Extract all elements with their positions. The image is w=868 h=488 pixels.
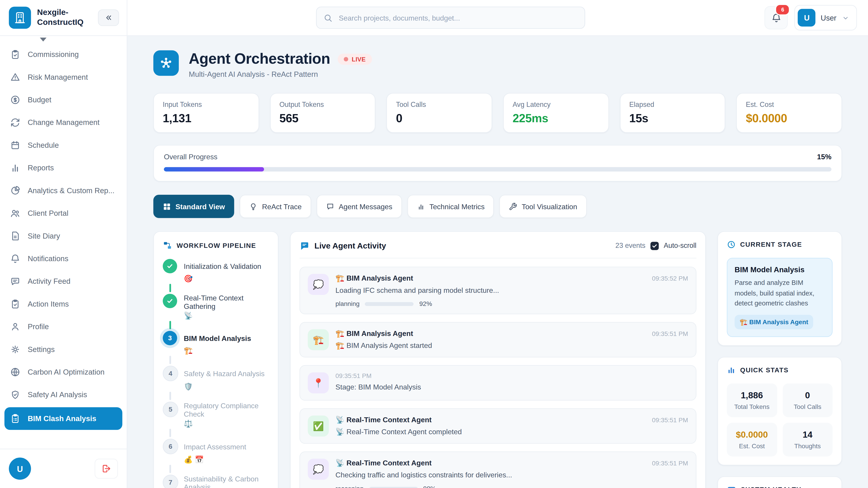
file-text-icon bbox=[10, 231, 21, 241]
user-name: User bbox=[821, 13, 837, 22]
live-agent-activity-panel: Live Agent Activity 23 events Auto-scrol… bbox=[290, 231, 706, 488]
dollar-circle-icon bbox=[10, 95, 21, 105]
dashboard-columns: WORKFLOW PIPELINE Initialization & Valid… bbox=[153, 231, 842, 488]
stat-card-elapsed: Elapsed 15s bbox=[620, 93, 725, 133]
step-emoji: 🛡️ bbox=[184, 383, 269, 390]
event-time: 09:35:51 PM bbox=[652, 417, 688, 423]
step-number: 7 bbox=[163, 475, 178, 488]
activity-pulse-icon bbox=[727, 485, 737, 488]
sidebar-item-bim-clash-analysis[interactable]: BIM Clash Analysis bbox=[4, 407, 123, 430]
gear-icon bbox=[10, 344, 21, 355]
progress-percent: 15% bbox=[817, 153, 832, 161]
pipeline-title: WORKFLOW PIPELINE bbox=[177, 241, 256, 249]
topbar-right: 6 U User bbox=[765, 5, 857, 31]
search-input[interactable] bbox=[338, 13, 578, 23]
sidebar-item-analytics[interactable]: Analytics & Custom Rep... bbox=[0, 179, 127, 202]
clipboard-list-icon bbox=[10, 413, 21, 424]
phase-chip: planning bbox=[336, 300, 360, 307]
sidebar-item-change-management[interactable]: Change Management bbox=[0, 111, 127, 134]
event-time: 09:35:51 PM bbox=[652, 330, 688, 337]
sidebar-item-safety-ai[interactable]: Safety AI Analysis bbox=[0, 383, 127, 406]
step-check-icon bbox=[163, 259, 177, 273]
overall-progress-card: Overall Progress 15% bbox=[153, 145, 842, 182]
wrench-icon bbox=[509, 202, 518, 210]
refresh-icon bbox=[10, 117, 21, 128]
event-card: 🏗️ 🏗️ BIM Analysis Agent 09:35:51 PM 🏗️ … bbox=[300, 322, 696, 357]
notifications-button[interactable]: 6 bbox=[765, 6, 788, 29]
progress-track bbox=[164, 167, 831, 172]
event-message: 🏗️ BIM Analysis Agent started bbox=[336, 341, 688, 350]
user-menu-button[interactable]: U User bbox=[795, 5, 857, 31]
logout-button[interactable] bbox=[95, 459, 118, 479]
chevron-down-icon bbox=[841, 13, 850, 22]
sidebar-item-label: Carbon AI Optimization bbox=[28, 368, 104, 377]
event-card: 📍 09:35:51 PM Stage: BIM Model Analysis bbox=[300, 365, 696, 400]
quick-stats-panel: QUICK STATS 1,886 Total Tokens 0 Tool Ca… bbox=[717, 357, 842, 465]
bell-icon bbox=[10, 254, 21, 264]
stat-card-avg-latency: Avg Latency 225ms bbox=[503, 93, 609, 133]
page-content: Agent Orchestration LIVE Multi-Agent AI … bbox=[127, 36, 868, 488]
bar-chart-icon bbox=[416, 202, 425, 210]
tab-react-trace[interactable]: ReAct Trace bbox=[240, 195, 311, 218]
construction-icon: 🏗️ bbox=[308, 329, 329, 350]
sidebar-item-reports[interactable]: Reports bbox=[0, 157, 127, 179]
pushpin-icon: 📍 bbox=[308, 372, 329, 393]
stage-description: Parse and analyze BIM models, build spat… bbox=[735, 278, 825, 308]
sidebar-item-label: Budget bbox=[28, 96, 51, 104]
sidebar-item-label: Client Portal bbox=[28, 209, 68, 218]
sidebar-item-activity-feed[interactable]: Activity Feed bbox=[0, 270, 127, 293]
bar-chart-icon bbox=[10, 163, 21, 173]
sidebar-item-site-diary[interactable]: Site Diary bbox=[0, 225, 127, 247]
right-column: CURRENT STAGE BIM Model Analysis Parse a… bbox=[717, 231, 842, 488]
event-message: 📡 Real-Time Context Agent completed bbox=[336, 428, 688, 436]
current-stage-card: BIM Model Analysis Parse and analyze BIM… bbox=[727, 258, 833, 337]
sidebar-item-settings[interactable]: Settings bbox=[0, 338, 127, 361]
tab-standard-view[interactable]: Standard View bbox=[153, 195, 234, 218]
message-square-icon bbox=[326, 202, 334, 210]
agent-name: 🏗️ BIM Analysis Agent bbox=[336, 274, 413, 282]
view-tabs: Standard View ReAct Trace bbox=[153, 195, 842, 218]
activity-header: Live Agent Activity 23 events Auto-scrol… bbox=[300, 240, 696, 258]
sidebar-item-schedule[interactable]: Schedule bbox=[0, 134, 127, 157]
sidebar-item-notifications[interactable]: Notifications bbox=[0, 248, 127, 270]
event-card: 💭 🏗️ BIM Analysis Agent 09:35:52 PM Load… bbox=[300, 267, 696, 314]
stat-card-output-tokens: Output Tokens 565 bbox=[270, 93, 375, 133]
sidebar-item-carbon-ai[interactable]: Carbon AI Optimization bbox=[0, 361, 127, 383]
clipboard-check-icon bbox=[10, 299, 21, 309]
notification-badge: 6 bbox=[775, 4, 790, 15]
event-time: 09:35:52 PM bbox=[652, 275, 688, 282]
quick-stat-est-cost: $0.0000 Est. Cost bbox=[727, 422, 777, 456]
quick-stat-thoughts: 14 Thoughts bbox=[782, 422, 833, 456]
sidebar-item-label: Profile bbox=[28, 323, 49, 331]
sidebar-item-label: Activity Feed bbox=[28, 277, 70, 286]
event-time: 09:35:51 PM bbox=[652, 460, 688, 466]
events-count: 23 events bbox=[616, 242, 646, 250]
phase-percent: 98% bbox=[423, 485, 436, 488]
tab-technical-metrics[interactable]: Technical Metrics bbox=[407, 195, 494, 218]
autoscroll-checkbox[interactable] bbox=[650, 241, 659, 250]
avatar: U bbox=[9, 457, 31, 480]
main-area: 6 U User bbox=[127, 0, 868, 488]
tab-agent-messages[interactable]: Agent Messages bbox=[317, 195, 402, 218]
sidebar-item-label: Settings bbox=[28, 345, 55, 354]
live-badge: LIVE bbox=[338, 53, 372, 64]
step-emoji: 🏗️ bbox=[184, 347, 269, 354]
sidebar-item-budget[interactable]: Budget bbox=[0, 89, 127, 111]
pipeline-step-1: Initialization & Validation 🎯 bbox=[163, 259, 269, 294]
agent-name: 📡 Real-Time Context Agent bbox=[336, 459, 432, 467]
sidebar-collapse-button[interactable] bbox=[98, 9, 119, 26]
sidebar-item-label: Reports bbox=[28, 164, 54, 172]
sidebar-item-action-items[interactable]: Action Items bbox=[0, 293, 127, 315]
sidebar-item-risk-management[interactable]: Risk Management bbox=[0, 66, 127, 88]
tab-tool-visualization[interactable]: Tool Visualization bbox=[500, 195, 587, 218]
clipboard-check-icon bbox=[10, 49, 21, 60]
step-number: 4 bbox=[163, 366, 178, 381]
sidebar-item-label: Commissioning bbox=[28, 51, 79, 59]
pipeline-step-5: 5 Regulatory Compliance Check ⚖️ bbox=[163, 402, 269, 439]
event-card: ✅ 📡 Real-Time Context Agent 09:35:51 PM … bbox=[300, 408, 696, 444]
building-icon bbox=[13, 11, 27, 24]
sidebar-item-profile[interactable]: Profile bbox=[0, 315, 127, 338]
sidebar-item-client-portal[interactable]: Client Portal bbox=[0, 202, 127, 225]
sidebar-item-commissioning[interactable]: Commissioning bbox=[0, 43, 127, 66]
sidebar-item-label: Action Items bbox=[28, 300, 69, 308]
